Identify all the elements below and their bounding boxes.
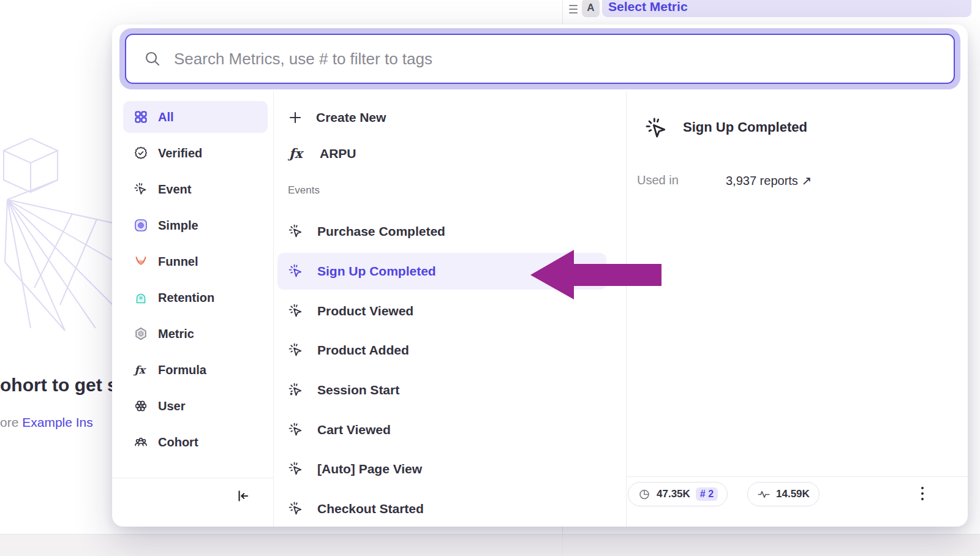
- pulse-icon: [757, 487, 771, 501]
- sidebar-divider: [273, 92, 274, 527]
- select-metric-button[interactable]: Select Metric: [602, 0, 971, 17]
- detail-footer-divider: [626, 476, 968, 477]
- page-bottom-band: [0, 534, 980, 556]
- event-cursor-icon: [288, 342, 304, 358]
- plus-icon: [288, 110, 303, 125]
- more-options-button[interactable]: [914, 485, 930, 503]
- cohort-people-icon: [134, 435, 148, 449]
- subtext-prefix: ore: [0, 415, 18, 429]
- pie-chart-icon: [638, 487, 651, 501]
- list-item-label: [Auto] Page View: [317, 462, 422, 476]
- retention-icon: [134, 290, 148, 305]
- monthly-events-chip[interactable]: 14.59K: [747, 482, 820, 506]
- event-cursor-icon: [288, 422, 304, 438]
- empty-state-subtext: ore Example Ins: [0, 415, 93, 430]
- list-item-event[interactable]: Purchase Completed: [288, 216, 606, 247]
- list-item-event[interactable]: Product Added: [288, 334, 606, 366]
- detail-divider: [626, 92, 627, 527]
- empty-state-heading: ohort to get s: [0, 375, 118, 396]
- collapse-sidebar-button[interactable]: [232, 486, 253, 506]
- funnel-icon: [134, 254, 148, 269]
- event-cursor-icon: [288, 303, 304, 319]
- collapse-panel-icon: [235, 488, 251, 504]
- list-item-event[interactable]: Checkout Started: [288, 493, 606, 525]
- sidebar-item-funnel[interactable]: Funnel: [123, 246, 268, 277]
- event-cursor-star-icon: [288, 382, 304, 398]
- search-focus-ring: [119, 28, 960, 89]
- sidebar-item-label: Verified: [158, 146, 202, 160]
- event-cursor-icon: [288, 224, 304, 239]
- sidebar-item-user[interactable]: User: [123, 390, 268, 422]
- event-cursor-icon: [288, 263, 304, 279]
- sidebar-item-label: Cohort: [158, 435, 198, 449]
- sidebar-item-formula[interactable]: Formula: [123, 354, 268, 386]
- list-item-label: Product Added: [317, 343, 409, 358]
- event-cursor-icon: [644, 116, 669, 143]
- list-item-event[interactable]: [Auto] Page View: [288, 453, 606, 485]
- sidebar-item-label: User: [158, 399, 185, 413]
- event-cursor-icon: [134, 182, 148, 197]
- sidebar-item-cohort[interactable]: Cohort: [123, 426, 268, 458]
- user-cluster-icon: [134, 399, 148, 413]
- metric-hexagon-icon: [134, 326, 148, 341]
- list-item-event[interactable]: Product Viewed: [288, 295, 606, 327]
- metric-select-dialog: All Verified Event Simple Funnel Retenti…: [112, 24, 968, 527]
- reports-count: 3,937 reports: [726, 174, 798, 187]
- sidebar-item-verified[interactable]: Verified: [123, 137, 268, 169]
- list-item-label: Purchase Completed: [317, 224, 445, 239]
- list-item-label: Checkout Started: [317, 502, 424, 516]
- detail-title: Sign Up Completed: [683, 119, 807, 135]
- list-item-event[interactable]: Session Start: [288, 374, 606, 406]
- kebab-menu-icon: [920, 485, 925, 503]
- list-item-label: Cart Viewed: [317, 423, 391, 437]
- sidebar-item-label: Formula: [158, 363, 206, 377]
- simple-metric-icon: [134, 218, 148, 233]
- sidebar-item-label: Event: [158, 182, 191, 197]
- event-cursor-icon: [288, 461, 304, 477]
- create-new-label: Create New: [316, 110, 386, 125]
- search-icon: [143, 50, 162, 68]
- screen: ohort to get s ore Example Ins A Select …: [0, 0, 980, 556]
- search-input[interactable]: [174, 50, 954, 69]
- list-item-event-selected[interactable]: Sign Up Completed: [277, 253, 606, 290]
- total-events-value: 47.35K: [657, 488, 690, 500]
- sidebar-item-label: Retention: [158, 291, 214, 305]
- drag-handle-icon[interactable]: [567, 2, 581, 18]
- sidebar-item-retention[interactable]: Retention: [123, 282, 268, 314]
- empty-state-illustration: [0, 133, 121, 342]
- list-item-label: Session Start: [317, 383, 399, 397]
- list-item-label: ARPU: [320, 146, 356, 161]
- verified-badge-icon: [134, 146, 148, 160]
- formula-fx-icon: [134, 363, 148, 377]
- list-item-label: Sign Up Completed: [317, 264, 436, 279]
- total-events-chip[interactable]: 47.35K # 2: [628, 482, 728, 506]
- events-section-label: Events: [288, 184, 320, 197]
- used-in-label: Used in: [637, 173, 679, 187]
- sidebar-item-label: All: [158, 110, 174, 124]
- rank-badge: # 2: [696, 487, 718, 501]
- sidebar-item-simple[interactable]: Simple: [123, 209, 268, 241]
- sidebar-item-label: Simple: [158, 219, 198, 233]
- create-new-button[interactable]: Create New: [288, 102, 606, 133]
- search-field: [125, 34, 955, 84]
- list-item-event[interactable]: Cart Viewed: [288, 414, 606, 446]
- external-link-icon: ↗: [801, 174, 812, 187]
- select-metric-label: Select Metric: [608, 0, 688, 14]
- monthly-events-value: 14.59K: [776, 488, 810, 500]
- sidebar-item-label: Metric: [158, 327, 194, 341]
- formula-fx-icon: [288, 145, 306, 163]
- example-insights-link[interactable]: Example Ins: [22, 415, 93, 429]
- reports-link[interactable]: 3,937 reports ↗: [726, 173, 812, 188]
- sidebar-item-metric[interactable]: Metric: [123, 318, 268, 350]
- event-cursor-icon: [288, 501, 304, 517]
- grid-icon: [134, 110, 148, 124]
- sidebar-item-label: Funnel: [158, 255, 198, 269]
- list-item-label: Product Viewed: [317, 304, 413, 318]
- metric-letter-chip: A: [582, 0, 600, 17]
- sidebar-item-event[interactable]: Event: [123, 173, 268, 205]
- sidebar-item-all[interactable]: All: [123, 101, 268, 133]
- sidebar-footer: [112, 478, 273, 527]
- list-item-arpu[interactable]: ARPU: [288, 138, 606, 170]
